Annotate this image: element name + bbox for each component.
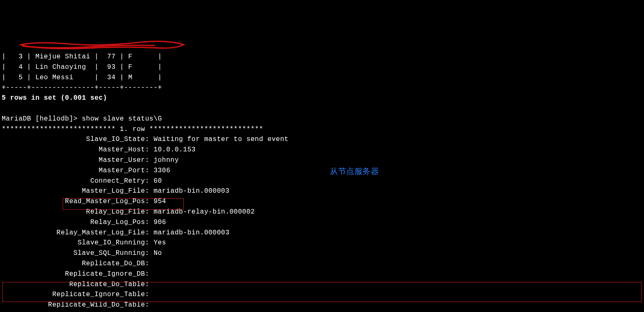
terminal-output: | 3 | Miejue Shitai | 77 | F | | 4 | Lin… — [0, 41, 644, 312]
annotation-label: 从节点服务器 — [330, 165, 379, 177]
slave-status-block: Slave_IO_State: Waiting for master to se… — [2, 134, 642, 312]
table-row: | 5 | Leo Messi | 34 | M | — [2, 74, 162, 81]
result-status: 5 rows in set (0.001 sec) — [2, 94, 107, 102]
table-separator: +-----+---------------+-----+--------+ — [2, 84, 162, 91]
table-row: | 3 | Miejue Shitai | 77 | F | — [2, 53, 162, 60]
sql-prompt: MariaDB [hellodb]> show slave status\G — [2, 115, 162, 123]
table-row: | 4 | Lin Chaoying | 93 | F | — [2, 63, 162, 71]
row-header: *************************** 1. row *****… — [2, 126, 263, 133]
